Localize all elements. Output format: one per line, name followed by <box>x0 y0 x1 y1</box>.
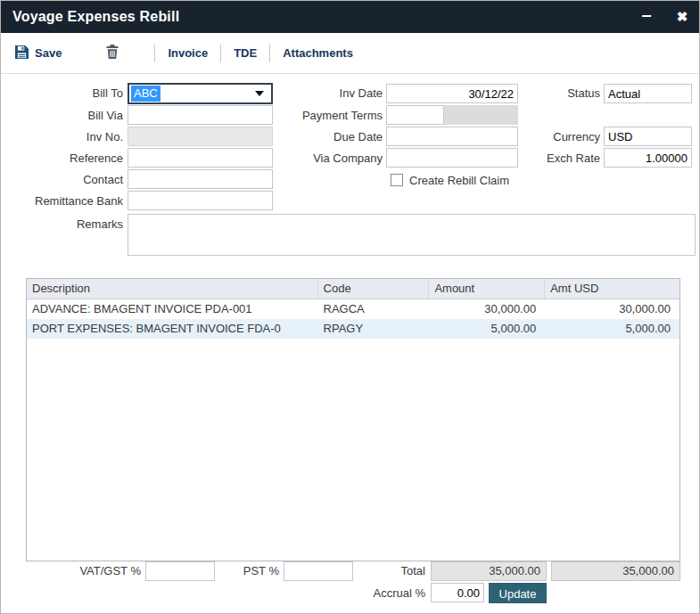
vat-gst-label: VAT/GST % <box>37 561 141 581</box>
vat-gst-field[interactable] <box>145 561 215 581</box>
table-cell: ADVANCE: BMAGENT INVOICE PDA-001 <box>27 299 318 319</box>
create-rebill-claim-checkbox[interactable] <box>391 174 403 186</box>
inv-no-label: Inv No. <box>1 127 123 147</box>
toolbar: Save Invoice TDE Attachments <box>1 33 700 74</box>
delete-button[interactable] <box>106 45 119 61</box>
column-header-description[interactable]: Description <box>27 279 318 299</box>
total-label: Total <box>358 561 425 581</box>
status-label: Status <box>500 84 600 103</box>
tde-label: TDE <box>234 33 257 74</box>
reference-label: Reference <box>1 149 123 168</box>
remarks-label: Remarks <box>1 215 123 234</box>
table-row[interactable]: PORT EXPENSES: BMAGENT INVOICE FDA-0RPAG… <box>27 319 679 339</box>
save-icon <box>15 45 29 61</box>
due-date-field[interactable] <box>386 127 518 146</box>
table-cell: PORT EXPENSES: BMAGENT INVOICE FDA-0 <box>27 319 318 339</box>
table-cell: RAGCA <box>318 299 430 319</box>
contact-field[interactable] <box>128 169 273 189</box>
payment-terms-label: Payment Terms <box>268 106 383 126</box>
chevron-down-icon <box>255 91 264 96</box>
minimize-button[interactable]: – <box>631 1 662 33</box>
bill-to-selected-value: ABC <box>131 86 161 102</box>
bill-to-label: Bill To <box>1 84 123 103</box>
attachments-label: Attachments <box>283 33 353 74</box>
column-header-amt-usd[interactable]: Amt USD <box>545 279 679 299</box>
save-button[interactable]: Save <box>15 33 62 74</box>
column-header-code[interactable]: Code <box>318 279 430 299</box>
table-cell: 5,000.00 <box>429 319 545 339</box>
remarks-textarea[interactable] <box>128 214 696 256</box>
table-cell: 30,000.00 <box>545 299 679 319</box>
toolbar-divider <box>220 45 221 62</box>
exch-rate-field[interactable] <box>604 148 692 168</box>
invoice-label: Invoice <box>168 33 208 74</box>
remittance-bank-field[interactable] <box>128 191 273 210</box>
inv-date-field[interactable] <box>386 84 518 103</box>
table-cell: 30,000.00 <box>429 299 545 319</box>
table-row[interactable]: ADVANCE: BMAGENT INVOICE PDA-001RAGCA30,… <box>27 299 679 319</box>
accrual-field[interactable] <box>431 583 484 602</box>
due-date-label: Due Date <box>268 127 383 147</box>
currency-label: Currency <box>500 127 600 147</box>
bill-to-dropdown-button[interactable] <box>251 86 268 101</box>
table-cell: RPAGY <box>318 319 430 339</box>
toolbar-divider <box>269 45 270 62</box>
bill-to-combobox[interactable]: ABC <box>128 83 273 104</box>
update-button[interactable]: Update <box>489 583 547 603</box>
payment-terms-field[interactable] <box>386 105 444 125</box>
column-header-amount[interactable]: Amount <box>429 279 545 299</box>
inv-date-label: Inv Date <box>268 84 383 103</box>
bill-via-field[interactable] <box>128 105 273 125</box>
table-cell: 5,000.00 <box>545 319 679 339</box>
currency-field[interactable] <box>604 127 692 146</box>
toolbar-divider <box>154 45 155 62</box>
tde-button[interactable]: TDE <box>234 33 257 74</box>
via-company-label: Via Company <box>268 149 383 168</box>
titlebar: Voyage Expenses Rebill – ✖ <box>1 1 700 33</box>
total-amt-usd-field: 35,000.00 <box>551 561 680 581</box>
voyage-expenses-rebill-window: Voyage Expenses Rebill – ✖ Save Invoice … <box>0 0 700 614</box>
total-amount-field: 35,000.00 <box>431 561 547 581</box>
inv-no-field <box>128 127 273 146</box>
via-company-field[interactable] <box>386 148 518 168</box>
invoice-button[interactable]: Invoice <box>168 33 208 74</box>
table-rows: ADVANCE: BMAGENT INVOICE PDA-001RAGCA30,… <box>27 299 679 339</box>
attachments-button[interactable]: Attachments <box>283 33 353 74</box>
reference-field[interactable] <box>128 148 273 168</box>
accrual-label: Accrual % <box>340 584 425 603</box>
remittance-bank-label: Remittance Bank <box>1 192 123 211</box>
save-label: Save <box>35 33 62 74</box>
pst-field[interactable] <box>284 561 353 581</box>
bill-via-label: Bill Via <box>1 106 123 126</box>
exch-rate-label: Exch Rate <box>500 149 600 168</box>
status-field[interactable] <box>604 84 692 103</box>
payment-terms-description <box>444 105 518 125</box>
table-header-row: Description Code Amount Amt USD <box>27 279 679 299</box>
window-title: Voyage Expenses Rebill <box>12 1 179 33</box>
create-rebill-claim-label: Create Rebill Claim <box>409 171 543 191</box>
close-button[interactable]: ✖ <box>667 1 697 33</box>
trash-icon <box>106 45 119 61</box>
pst-label: PST % <box>215 561 279 581</box>
expenses-table: Description Code Amount Amt USD ADVANCE:… <box>26 278 680 561</box>
contact-label: Contact <box>1 170 123 190</box>
